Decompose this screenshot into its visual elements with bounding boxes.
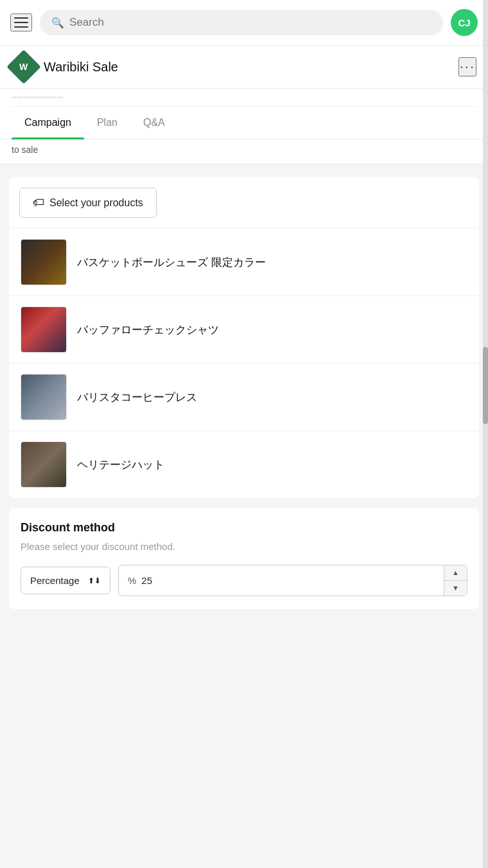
store-name: Waribiki Sale — [44, 60, 118, 75]
discount-type-select[interactable]: Percentage ⬆⬇ — [21, 567, 110, 594]
discount-subtitle: Please select your discount method. — [21, 541, 467, 552]
product-name: バリスタコーヒープレス — [77, 390, 197, 405]
tag-icon: 🏷 — [33, 196, 44, 209]
product-thumbnail — [21, 239, 67, 285]
product-name: バスケットボールシューズ 限定カラー — [77, 255, 266, 270]
product-list: バスケットボールシューズ 限定カラー バッファローチェックシャツ バリスタコーヒ… — [9, 228, 479, 498]
avatar[interactable]: CJ — [451, 9, 478, 36]
product-thumbnail — [21, 306, 67, 353]
products-card: 🏷 Select your products バスケットボールシューズ 限定カラ… — [9, 177, 479, 498]
stepper-up-button[interactable]: ▲ — [444, 565, 467, 581]
search-input[interactable] — [69, 16, 431, 29]
discount-controls: Percentage ⬆⬇ % ▲ ▼ — [21, 565, 467, 596]
tab-plan[interactable]: Plan — [84, 107, 130, 139]
tabs-bar: Campaign Plan Q&A — [0, 107, 488, 139]
stepper-down-button[interactable]: ▼ — [444, 581, 467, 596]
stepper-buttons: ▲ ▼ — [444, 565, 467, 596]
store-logo-text: W — [19, 62, 28, 72]
scrollbar-thumb[interactable] — [483, 347, 488, 424]
discount-value-input[interactable] — [141, 567, 444, 594]
select-chevron-icon: ⬆⬇ — [88, 576, 101, 585]
discount-value-wrap: % ▲ ▼ — [118, 565, 467, 596]
store-logo: W — [6, 49, 41, 84]
product-name: バッファローチェックシャツ — [77, 323, 219, 337]
select-products-button[interactable]: 🏷 Select your products — [19, 188, 157, 218]
discount-section: Discount method Please select your disco… — [9, 508, 479, 609]
list-item[interactable]: バッファローチェックシャツ — [9, 296, 479, 363]
subtitle-bar: to sale — [0, 139, 488, 164]
percent-symbol: % — [128, 575, 136, 586]
list-item[interactable]: ヘリテージハット — [9, 430, 479, 498]
store-info: W Waribiki Sale — [12, 55, 118, 79]
list-item[interactable]: バスケットボールシューズ 限定カラー — [9, 228, 479, 296]
discount-type-label: Percentage — [30, 575, 80, 586]
product-thumbnail — [21, 441, 67, 488]
subtitle-text: to sale — [12, 145, 38, 155]
discount-title: Discount method — [21, 521, 467, 535]
product-name: ヘリテージハット — [77, 457, 164, 472]
search-icon: 🔍 — [51, 17, 64, 29]
hamburger-button[interactable] — [10, 13, 32, 31]
tab-campaign[interactable]: Campaign — [12, 107, 84, 139]
more-options-button[interactable]: ··· — [458, 57, 476, 76]
main-content: 🏷 Select your products バスケットボールシューズ 限定カラ… — [0, 164, 488, 622]
tab-qna[interactable]: Q&A — [130, 107, 178, 139]
scroll-hint-text: ━━━━━━━━━ — [12, 93, 64, 102]
store-header: W Waribiki Sale ··· — [0, 46, 488, 89]
app-header: 🔍 CJ — [0, 0, 488, 46]
select-products-label: Select your products — [49, 197, 143, 209]
scroll-hint: ━━━━━━━━━ — [0, 89, 488, 107]
scrollbar-track — [483, 0, 488, 868]
list-item[interactable]: バリスタコーヒープレス — [9, 363, 479, 430]
product-thumbnail — [21, 374, 67, 420]
search-bar[interactable]: 🔍 — [40, 10, 443, 35]
